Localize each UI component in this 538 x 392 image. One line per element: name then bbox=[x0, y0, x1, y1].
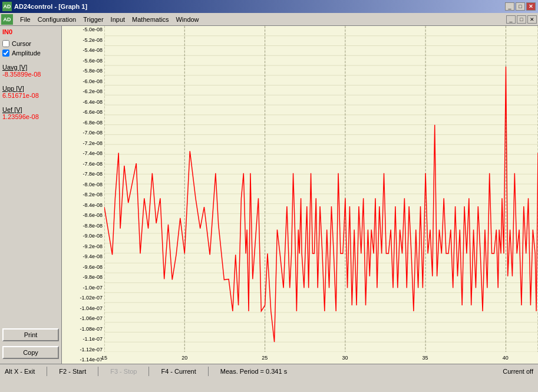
uef-block: Uef [V] 1.23596e-08 bbox=[2, 106, 59, 120]
uavg-label: Uavg [V] bbox=[2, 64, 59, 71]
alt-x-status: Alt X - Exit bbox=[5, 368, 35, 375]
y-label-18: -8.6e-08 bbox=[62, 213, 104, 218]
y-label-19: -8.8e-08 bbox=[62, 223, 104, 229]
status-bar: Alt X - Exit F2 - Start F3 - Stop F4 - C… bbox=[0, 364, 538, 378]
y-label-6: -6.2e-08 bbox=[62, 89, 104, 94]
cursor-checkbox[interactable] bbox=[2, 40, 9, 47]
menu-minimize-button[interactable]: _ bbox=[506, 15, 516, 24]
upp-label: Upp [V] bbox=[2, 85, 59, 92]
amplitude-checkbox[interactable] bbox=[2, 50, 9, 57]
y-label-17: -8.4e-08 bbox=[62, 203, 104, 208]
title-bar: AD AD24control - [Graph 1] _ □ ✕ bbox=[0, 0, 538, 13]
menu-bar: AD File Configuration Trigger Input Math… bbox=[0, 13, 538, 26]
x-label-20: 20 bbox=[181, 355, 187, 361]
svg-rect-0 bbox=[104, 26, 538, 352]
y-label-11: -7.2e-08 bbox=[62, 141, 104, 146]
x-label-35: 35 bbox=[423, 355, 428, 361]
minimize-button[interactable]: _ bbox=[505, 2, 514, 11]
y-label-13: -7.6e-08 bbox=[62, 162, 104, 167]
y-label-26: -1.02e-07 bbox=[62, 295, 104, 301]
channel-label: IN0 bbox=[2, 28, 59, 35]
y-label-23: -9.6e-08 bbox=[62, 265, 104, 270]
title-bar-title: AD24control - [Graph 1] bbox=[14, 3, 87, 10]
menu-close-button[interactable]: ✕ bbox=[527, 15, 537, 24]
title-bar-controls[interactable]: _ □ ✕ bbox=[505, 2, 536, 11]
x-label-30: 30 bbox=[342, 355, 348, 361]
y-label-15: -8.0e-08 bbox=[62, 182, 104, 187]
f3-status[interactable]: F3 - Stop bbox=[110, 368, 137, 375]
menu-input[interactable]: Input bbox=[107, 15, 128, 24]
y-label-10: -7.0e-08 bbox=[62, 130, 104, 136]
y-label-12: -7.4e-08 bbox=[62, 151, 104, 156]
f2-status[interactable]: F2 - Start bbox=[59, 368, 86, 375]
graph-svg bbox=[104, 26, 538, 352]
y-label-25: -1.0e-07 bbox=[62, 285, 104, 291]
meas-period-status: Meas. Period = 0.341 s bbox=[220, 368, 287, 375]
amplitude-label[interactable]: Amplitude bbox=[12, 50, 41, 57]
app-icon: AD bbox=[2, 2, 12, 11]
close-button[interactable]: ✕ bbox=[526, 2, 536, 11]
y-label-21: -9.2e-08 bbox=[62, 244, 104, 249]
x-label-25: 25 bbox=[262, 355, 268, 361]
y-label-32: -1.14e-07 bbox=[62, 357, 104, 363]
status-sep-3 bbox=[148, 367, 149, 376]
y-label-14: -7.8e-08 bbox=[62, 172, 104, 177]
uef-label: Uef [V] bbox=[2, 106, 59, 113]
y-label-28: -1.06e-07 bbox=[62, 316, 104, 321]
copy-button[interactable]: Copy bbox=[2, 346, 59, 359]
menu-restore-button[interactable]: □ bbox=[517, 15, 526, 24]
y-label-4: -5.8e-08 bbox=[62, 68, 104, 74]
app-menu-icon: AD bbox=[1, 14, 13, 25]
y-label-20: -9.0e-08 bbox=[62, 233, 104, 239]
status-sep-4 bbox=[208, 367, 209, 376]
uavg-value: -8.35899e-08 bbox=[2, 71, 59, 78]
menu-window[interactable]: Window bbox=[172, 15, 202, 24]
cursor-row: Cursor bbox=[2, 40, 59, 47]
y-label-30: -1.1e-07 bbox=[62, 337, 104, 342]
left-panel: IN0 Cursor Amplitude Uavg [V] -8.35899e-… bbox=[0, 26, 62, 364]
y-label-1: -5.2e-08 bbox=[62, 38, 104, 43]
y-label-31: -1.12e-07 bbox=[62, 347, 104, 353]
uef-value: 1.23596e-08 bbox=[2, 113, 59, 120]
y-label-8: -6.6e-08 bbox=[62, 110, 104, 115]
x-label-40: 40 bbox=[503, 355, 509, 361]
upp-block: Upp [V] 6.51671e-08 bbox=[2, 85, 59, 99]
f4-status[interactable]: F4 - Current bbox=[161, 368, 196, 375]
chart-canvas bbox=[104, 26, 538, 352]
y-label-29: -1.08e-07 bbox=[62, 327, 104, 332]
y-axis: -5.0e-08 -5.2e-08 -5.4e-08 -5.6e-08 -5.8… bbox=[62, 26, 104, 364]
uavg-block: Uavg [V] -8.35899e-08 bbox=[2, 64, 59, 78]
status-sep-2 bbox=[98, 367, 98, 376]
y-label-24: -9.8e-08 bbox=[62, 275, 104, 280]
cursor-label[interactable]: Cursor bbox=[12, 40, 31, 47]
status-sep-1 bbox=[47, 367, 47, 376]
y-label-0: -5.0e-08 bbox=[62, 27, 104, 32]
current-off-status: Current off bbox=[503, 368, 533, 375]
y-label-16: -8.2e-08 bbox=[62, 192, 104, 197]
y-label-3: -5.6e-08 bbox=[62, 58, 104, 64]
menu-file[interactable]: File bbox=[16, 15, 34, 24]
y-label-2: -5.4e-08 bbox=[62, 48, 104, 53]
x-axis: 15 20 25 30 35 40 bbox=[104, 352, 538, 364]
y-label-7: -6.4e-08 bbox=[62, 100, 104, 105]
y-label-22: -9.4e-08 bbox=[62, 254, 104, 259]
restore-button[interactable]: □ bbox=[516, 2, 525, 11]
y-label-5: -6.0e-08 bbox=[62, 79, 104, 84]
graph-area: -5.0e-08 -5.2e-08 -5.4e-08 -5.6e-08 -5.8… bbox=[62, 26, 538, 364]
menu-trigger[interactable]: Trigger bbox=[80, 15, 107, 24]
y-label-27: -1.04e-07 bbox=[62, 306, 104, 311]
print-button[interactable]: Print bbox=[2, 328, 59, 341]
main-content: IN0 Cursor Amplitude Uavg [V] -8.35899e-… bbox=[0, 26, 538, 364]
menu-mathematics[interactable]: Mathematics bbox=[128, 15, 172, 24]
amplitude-row: Amplitude bbox=[2, 50, 59, 57]
menu-configuration[interactable]: Configuration bbox=[34, 15, 80, 24]
y-label-9: -6.8e-08 bbox=[62, 120, 104, 126]
x-label-15: 15 bbox=[101, 355, 107, 361]
upp-value: 6.51671e-08 bbox=[2, 92, 59, 99]
